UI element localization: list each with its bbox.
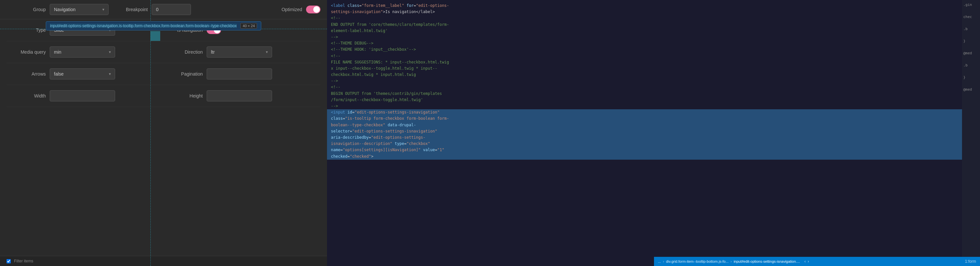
form-row-mediaquery-left: Media query min ▾ bbox=[6, 46, 157, 57]
optimized-toggle-knob bbox=[313, 6, 320, 13]
code-panel: <label class="form-item__label" for="edi… bbox=[327, 0, 980, 266]
code-line-14: <!-- bbox=[331, 84, 976, 90]
filter-label: Filter items bbox=[14, 259, 33, 263]
code-line-1: <label class="form-item__label" for="edi… bbox=[331, 3, 976, 9]
code-line-23: isnavigation--description" type="checkbo… bbox=[331, 141, 976, 147]
form-row-pagination-right: Pagination bbox=[170, 68, 320, 80]
type-label: Type bbox=[6, 27, 46, 33]
code-line-6: --> bbox=[331, 34, 976, 40]
tooltip-size: 40 × 24 bbox=[240, 23, 257, 29]
code-line-5: element-label.html.twig' bbox=[331, 28, 976, 34]
code-line-25: checked="checked"> bbox=[331, 153, 976, 160]
width-input[interactable] bbox=[50, 90, 115, 102]
code-line-24: name="options[settings][isNavigation]" v… bbox=[331, 147, 976, 153]
code-line-7: <!--THEME DEBUG--> bbox=[331, 40, 976, 46]
form-rows: Type Slide ▾ Is navigation Media bbox=[0, 19, 327, 107]
arrows-dropdown-value: false bbox=[54, 71, 64, 76]
code-line-17: --> bbox=[331, 103, 976, 109]
code-content: <label class="form-item__label" for="edi… bbox=[327, 0, 980, 266]
direction-dropdown-value: ltr bbox=[211, 49, 215, 55]
margin-label-2: chec bbox=[963, 15, 979, 19]
breadcrumb-right-text: 1:form bbox=[965, 259, 976, 264]
tooltip-overlay: input#edit-options-settings-isnavigation… bbox=[46, 21, 327, 30]
mediaquery-dropdown[interactable]: min ▾ bbox=[50, 46, 115, 57]
code-line-18: <input id="edit-options-settings-isnavig… bbox=[331, 109, 976, 116]
optimized-label: Optimized bbox=[276, 7, 302, 12]
form-row-mediaquery: Media query min ▾ Direction ltr ▾ bbox=[6, 41, 320, 63]
code-line-20: boolean--type-checkbox" data-drupal- bbox=[331, 122, 976, 128]
tooltip-box: input#edit-options-settings-isnavigation… bbox=[46, 21, 261, 30]
filter-bar: Filter items bbox=[0, 256, 327, 266]
breakpoint-label: Breakpoint bbox=[122, 7, 148, 12]
tooltip-text: input#edit-options-settings-isnavigation… bbox=[50, 24, 237, 28]
group-dropdown-chevron: ▾ bbox=[102, 7, 104, 12]
code-line-10: FILE NAME SUGGESTIONS: * input--checkbox… bbox=[331, 59, 976, 65]
breadcrumb-input[interactable]: input#edit-options-settings-isnavigation… bbox=[734, 260, 800, 263]
pagination-input[interactable] bbox=[207, 68, 272, 80]
optimized-field: Optimized bbox=[276, 6, 320, 13]
height-input[interactable] bbox=[207, 90, 272, 102]
filter-checkbox[interactable] bbox=[6, 259, 11, 263]
code-line-2: settings-isnavigation">Is navigation</la… bbox=[331, 9, 976, 15]
v-dashed-line bbox=[150, 0, 151, 266]
margin-label-8: @med bbox=[963, 88, 979, 92]
blue-indicator bbox=[150, 31, 160, 41]
margin-label-3: .b bbox=[963, 27, 979, 31]
form-row-direction-right: Direction ltr ▾ bbox=[170, 46, 320, 57]
code-line-11: x input--checkbox--toggle.html.twig * in… bbox=[331, 65, 976, 72]
form-row-arrows-left: Arrows false ▾ bbox=[6, 68, 157, 80]
arrows-dropdown[interactable]: false ▾ bbox=[50, 68, 115, 80]
direction-label: Direction bbox=[170, 49, 203, 55]
height-label: Height bbox=[170, 93, 203, 99]
pagination-label: Pagination bbox=[170, 71, 203, 76]
direction-dropdown-chevron: ▾ bbox=[266, 50, 268, 54]
code-line-8: <!--THEME HOOK: 'input__checkbox'--> bbox=[331, 46, 976, 53]
group-label: Group bbox=[20, 7, 46, 12]
code-line-16: /form/input--checkbox-toggle.html.twig' bbox=[331, 97, 976, 103]
arrows-dropdown-chevron: ▾ bbox=[109, 72, 111, 76]
width-label: Width bbox=[6, 93, 46, 99]
form-row-width: Width Height bbox=[6, 85, 320, 107]
margin-labels: .gin chec .b } @med .b } @med bbox=[962, 0, 980, 257]
breadcrumb-prev-arrow[interactable]: ‹ bbox=[804, 259, 806, 264]
code-line-22: aria-describedby="edit-options-settings- bbox=[331, 134, 976, 141]
breadcrumb-dots[interactable]: ... bbox=[658, 260, 661, 263]
main-container: Group Navigation ▾ Breakpoint Optimized bbox=[0, 0, 980, 266]
breadcrumb-next-arrow[interactable]: › bbox=[808, 259, 809, 264]
top-row: Group Navigation ▾ Breakpoint Optimized bbox=[0, 0, 327, 19]
group-dropdown[interactable]: Navigation ▾ bbox=[50, 4, 108, 15]
form-row-height-right: Height bbox=[170, 90, 320, 102]
margin-label-4: } bbox=[963, 39, 979, 43]
margin-label-6: .b bbox=[963, 63, 979, 67]
breakpoint-field: Breakpoint bbox=[122, 4, 191, 15]
code-line-3: <!-- bbox=[331, 15, 976, 21]
form-panel: Group Navigation ▾ Breakpoint Optimized bbox=[0, 0, 327, 266]
breadcrumb-bar: ... › div.grid.form-item--tooltip-bottom… bbox=[654, 257, 980, 266]
code-line-13: --> bbox=[331, 78, 976, 84]
code-line-4: END OUTPUT from 'core/themes/claro/templ… bbox=[331, 22, 976, 28]
breakpoint-input[interactable] bbox=[152, 4, 191, 15]
code-line-9: <!-- bbox=[331, 53, 976, 59]
code-line-12: checkbox.html.twig * input.html.twig bbox=[331, 72, 976, 78]
margin-label-1: .gin bbox=[963, 3, 979, 7]
arrows-label: Arrows bbox=[6, 71, 46, 76]
breadcrumb-sep-2: › bbox=[730, 260, 732, 263]
form-row-width-left: Width bbox=[6, 90, 157, 102]
highlight-block: <input id="edit-options-settings-isnavig… bbox=[327, 109, 980, 160]
margin-label-5: @med bbox=[963, 51, 979, 55]
mediaquery-dropdown-chevron: ▾ bbox=[109, 50, 111, 54]
mediaquery-dropdown-value: min bbox=[54, 49, 62, 55]
group-field: Group Navigation ▾ bbox=[20, 4, 108, 15]
code-line-15: BEGIN OUTPUT from 'themes/contrib/gin/te… bbox=[331, 91, 976, 97]
code-line-21: selector="edit-options-settings-isnaviga… bbox=[331, 128, 976, 134]
direction-dropdown[interactable]: ltr ▾ bbox=[207, 46, 272, 57]
group-dropdown-value: Navigation bbox=[54, 7, 76, 12]
breadcrumb-sep-1: › bbox=[663, 260, 664, 263]
code-line-19: class="is-tooltip form-checkbox form-boo… bbox=[331, 116, 976, 122]
breadcrumb-div-grid[interactable]: div.grid.form-item--tooltip-bottom.js-fo… bbox=[666, 260, 729, 263]
optimized-toggle[interactable] bbox=[306, 6, 320, 13]
mediaquery-label: Media query bbox=[6, 49, 46, 55]
margin-label-7: } bbox=[963, 75, 979, 80]
form-row-arrows: Arrows false ▾ Pagination bbox=[6, 63, 320, 85]
